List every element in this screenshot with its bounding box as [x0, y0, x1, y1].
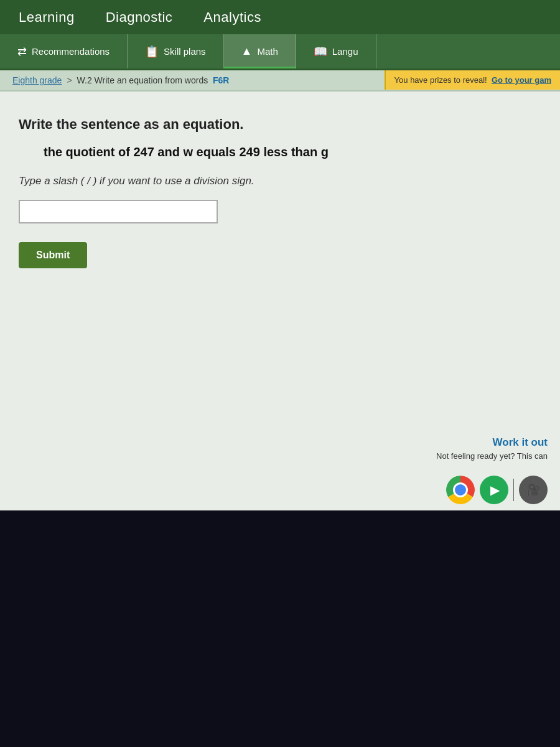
nav-diagnostic[interactable]: Diagnostic: [100, 6, 179, 29]
subnav-math-label: Math: [257, 46, 278, 57]
subnav-skill-plans-label: Skill plans: [164, 46, 206, 57]
submit-button[interactable]: Submit: [19, 242, 87, 268]
subnav-language[interactable]: 📖 Langu: [296, 34, 376, 68]
chrome-button[interactable]: [446, 476, 475, 504]
subnav-math[interactable]: ▲ Math: [224, 34, 296, 68]
nav-analytics[interactable]: Analytics: [197, 6, 268, 29]
camera-icon: 🎥: [526, 483, 540, 497]
camera-button[interactable]: 🎥: [519, 476, 548, 504]
skill-plans-icon: 📋: [145, 45, 159, 59]
media-bar: ▶ 🎥: [446, 476, 548, 504]
not-feeling-ready-text: Not feeling ready yet? This can: [436, 451, 548, 461]
play-button[interactable]: ▶: [480, 476, 508, 504]
svg-point-3: [457, 487, 464, 493]
top-nav: Learning Diagnostic Analytics: [0, 0, 560, 34]
breadcrumb-row: Eighth grade > W.2 Write an equation fro…: [0, 70, 560, 92]
prize-banner: You have prizes to reveal! Go to your ga…: [385, 70, 560, 90]
subnav-language-label: Langu: [332, 46, 358, 57]
subnav-recommendations[interactable]: ⇄ Recommendations: [0, 34, 128, 68]
play-icon: ▶: [490, 482, 500, 497]
instruction-heading: Write the sentence as an equation.: [19, 116, 541, 133]
dark-background: [0, 510, 560, 747]
breadcrumb-skill: W.2 Write an equation from words F6R: [77, 75, 230, 85]
subnav-recommendations-label: Recommendations: [32, 46, 110, 57]
svg-point-1: [455, 484, 466, 496]
language-icon: 📖: [314, 45, 327, 59]
work-it-out-link[interactable]: Work it out: [436, 436, 548, 449]
sub-nav: ⇄ Recommendations 📋 Skill plans ▲ Math 📖…: [0, 34, 560, 70]
hint-text: Type a slash ( / ) if you want to use a …: [19, 175, 541, 187]
problem-text: the quotient of 247 and w equals 249 les…: [44, 145, 541, 159]
chrome-icon: [446, 476, 475, 504]
breadcrumb-grade[interactable]: Eighth grade: [12, 75, 62, 85]
breadcrumb-separator: >: [67, 75, 72, 85]
prize-link[interactable]: Go to your gam: [492, 75, 551, 85]
nav-learning[interactable]: Learning: [12, 6, 81, 29]
content-area: Write the sentence as an equation. the q…: [0, 92, 560, 510]
prize-text: You have prizes to reveal!: [394, 75, 487, 85]
subnav-skill-plans[interactable]: 📋 Skill plans: [128, 34, 224, 68]
math-icon: ▲: [241, 45, 253, 58]
recommendations-icon: ⇄: [17, 45, 27, 59]
answer-input[interactable]: [19, 200, 218, 223]
help-area: Work it out Not feeling ready yet? This …: [436, 436, 548, 461]
svg-point-2: [456, 486, 465, 494]
media-divider: [513, 479, 514, 501]
